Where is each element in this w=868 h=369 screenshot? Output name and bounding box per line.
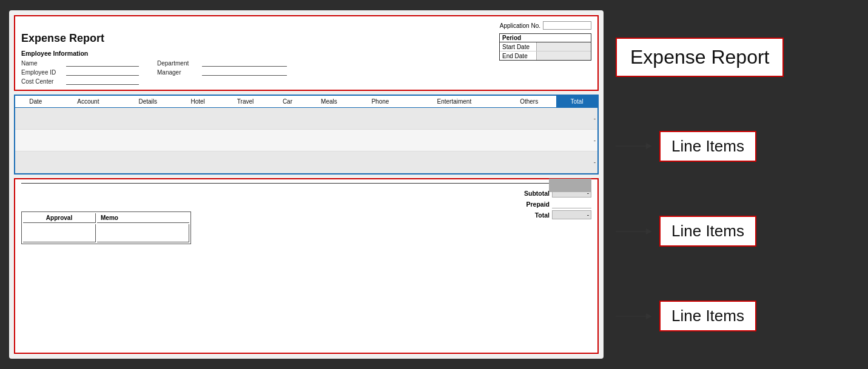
row1-hotel[interactable] [175, 108, 220, 130]
col-total: Total [556, 96, 597, 108]
end-date-label: End Date [500, 52, 536, 60]
line-items-annotation-2: Line Items [616, 216, 756, 247]
footer-separator [21, 183, 591, 184]
col-phone: Phone [354, 96, 406, 108]
row2-phone[interactable] [354, 130, 406, 151]
footer-inner: Approval Memo Subtotal [21, 187, 591, 244]
form-panel: Application No. Expense Report Employee … [9, 10, 604, 359]
line-items-box-2: Line Items [659, 216, 756, 247]
col-others: Others [502, 96, 556, 108]
row2-details[interactable] [120, 130, 175, 151]
department-field-row: Department [157, 59, 287, 67]
row1-phone[interactable] [354, 108, 406, 130]
table-row: - [15, 151, 597, 173]
end-date-input[interactable] [536, 52, 591, 60]
header-section: Application No. Expense Report Employee … [14, 15, 599, 91]
end-date-row: End Date [500, 52, 591, 60]
row3-car[interactable] [271, 151, 304, 173]
line-items-annotation-1: Line Items [616, 131, 756, 162]
name-input[interactable] [66, 59, 139, 67]
manager-label: Manager [157, 69, 200, 76]
footer-right: Subtotal - Prepaid Total - [516, 188, 591, 219]
approval-header-row: Approval Memo [23, 213, 189, 223]
prepaid-label: Prepaid [516, 201, 550, 208]
row2-date[interactable] [15, 130, 56, 151]
name-field-row: Name [21, 59, 139, 67]
svg-marker-5 [646, 313, 652, 319]
approval-header: Approval [23, 213, 96, 223]
col-entertainment: Entertaiment [407, 96, 502, 108]
expense-table: Date Account Details Hotel Travel Car Me… [15, 96, 597, 173]
app-no-label: Application No. [500, 22, 540, 29]
row1-account[interactable] [56, 108, 120, 130]
row3-others[interactable] [502, 151, 556, 173]
name-label: Name [21, 60, 64, 67]
memo-cell-1[interactable] [97, 224, 189, 242]
row3-meals[interactable] [304, 151, 354, 173]
table-row: - [15, 108, 597, 130]
total-row: Total - [516, 210, 591, 219]
manager-input[interactable] [202, 68, 287, 76]
row1-entertainment[interactable] [407, 108, 502, 130]
row1-others[interactable] [502, 108, 556, 130]
department-label: Department [157, 60, 200, 67]
start-date-row: Start Date [500, 42, 591, 52]
row2-car[interactable] [271, 130, 304, 151]
row1-meals[interactable] [304, 108, 354, 130]
row2-hotel[interactable] [175, 130, 220, 151]
prepaid-value[interactable] [552, 199, 591, 208]
start-date-input[interactable] [536, 42, 591, 51]
table-row: - [15, 130, 597, 151]
row3-details[interactable] [120, 151, 175, 173]
col-car: Car [271, 96, 304, 108]
cost-center-label: Cost Center [21, 78, 64, 85]
col-hotel: Hotel [175, 96, 220, 108]
row2-others[interactable] [502, 130, 556, 151]
row3-phone[interactable] [354, 151, 406, 173]
cost-center-input[interactable] [66, 78, 139, 85]
table-section: Date Account Details Hotel Travel Car Me… [14, 95, 599, 175]
row2-account[interactable] [56, 130, 120, 151]
col-meals: Meals [304, 96, 354, 108]
approval-table: Approval Memo [21, 211, 191, 244]
period-box: Period Start Date End Date [499, 33, 591, 61]
grey-overlap-block [549, 179, 591, 192]
line-items-box-1: Line Items [659, 131, 756, 162]
cost-center-field-row: Cost Center [21, 78, 139, 85]
employee-id-input[interactable] [66, 68, 139, 76]
row3-entertainment[interactable] [407, 151, 502, 173]
approval-row-1 [23, 224, 189, 242]
row3-hotel[interactable] [175, 151, 220, 173]
department-input[interactable] [202, 59, 287, 67]
row2-entertainment[interactable] [407, 130, 502, 151]
memo-header: Memo [97, 213, 189, 223]
app-no-input[interactable] [543, 21, 591, 30]
row3-total: - [556, 151, 597, 173]
arrow-2 [616, 225, 652, 238]
prepaid-row: Prepaid [516, 199, 591, 208]
col-details: Details [120, 96, 175, 108]
row2-total: - [556, 130, 597, 151]
row3-date[interactable] [15, 151, 56, 173]
row2-meals[interactable] [304, 130, 354, 151]
row1-details[interactable] [120, 108, 175, 130]
svg-marker-3 [646, 228, 652, 234]
period-title: Period [500, 34, 591, 42]
employee-id-label: Employee ID [21, 69, 64, 76]
row1-car[interactable] [271, 108, 304, 130]
approval-cell-1[interactable] [23, 224, 96, 242]
row1-travel[interactable] [220, 108, 271, 130]
approval-area: Approval Memo [21, 205, 191, 244]
row3-account[interactable] [56, 151, 120, 173]
right-panel: Expense Report Line Items Line Items [604, 10, 859, 359]
col-date: Date [15, 96, 56, 108]
row1-date[interactable] [15, 108, 56, 130]
total-value: - [552, 210, 591, 219]
footer-section: Approval Memo Subtotal [14, 178, 599, 354]
line-items-box-3: Line Items [659, 301, 756, 331]
row3-travel[interactable] [220, 151, 271, 173]
subtotal-label: Subtotal [516, 190, 550, 197]
manager-field-row: Manager [157, 68, 287, 76]
expense-report-annotation: Expense Report [616, 38, 784, 77]
row2-travel[interactable] [220, 130, 271, 151]
